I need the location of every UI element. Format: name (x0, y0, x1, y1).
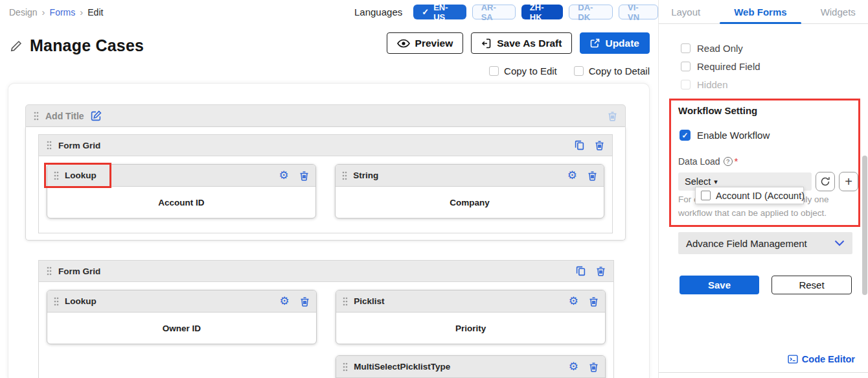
save-as-draft-button[interactable]: Save As Draft (471, 32, 572, 54)
read-only-option[interactable]: Read Only (681, 43, 760, 54)
breadcrumb-forms[interactable]: Forms (50, 7, 76, 18)
code-editor-link[interactable]: Code Editor (788, 354, 855, 364)
form-canvas: Add Title Form Grid (8, 83, 650, 378)
save-draft-icon (481, 38, 492, 49)
right-panel: Layout Web Forms Widgets Read Only Requi… (658, 0, 868, 378)
field-card-header[interactable]: Lookup ⚙ (47, 290, 316, 313)
form-grid-header[interactable]: Form Grid (38, 260, 614, 282)
drag-handle-icon[interactable] (343, 362, 348, 372)
form-grid-2: Form Grid Lookup ⚙ (38, 260, 614, 378)
dropdown-option-label[interactable]: Account ID (Account) (716, 191, 805, 201)
enable-workflow-option[interactable]: ✓ Enable Workflow (680, 130, 770, 141)
gear-icon[interactable]: ⚙ (280, 296, 290, 307)
drag-handle-icon[interactable] (47, 141, 52, 150)
gear-icon[interactable]: ⚙ (569, 361, 578, 372)
field-card-lookup-account-id[interactable]: Lookup ⚙ Account ID (47, 164, 316, 219)
languages-label: Languages (354, 6, 402, 18)
field-card-header[interactable]: MultiSelectPicklistType ⚙ (336, 356, 605, 378)
copy-icon[interactable] (575, 140, 584, 150)
form-grid-body: Lookup ⚙ Owner ID P (38, 282, 614, 378)
field-card-header[interactable]: Lookup ⚙ (47, 165, 315, 187)
page-title: Manage Cases (30, 36, 144, 55)
field-option-checkboxes: Read Only Required Field Hidden (681, 43, 760, 90)
gear-icon[interactable]: ⚙ (567, 170, 577, 181)
section-title: Add Title (45, 111, 84, 121)
edit-icon[interactable] (91, 110, 102, 121)
dropdown-option-checkbox[interactable] (701, 191, 711, 200)
drag-handle-icon[interactable] (54, 297, 59, 306)
field-label: Owner ID (163, 324, 201, 333)
trash-icon[interactable] (299, 171, 309, 181)
reset-button[interactable]: Reset (771, 276, 852, 294)
field-card-header[interactable]: Picklist ⚙ (336, 290, 605, 313)
code-editor-icon (788, 355, 798, 364)
field-card-picklist-priority[interactable]: Picklist ⚙ Priority (336, 290, 606, 344)
tab-widgets[interactable]: Widgets (818, 0, 858, 23)
preview-button[interactable]: Preview (387, 32, 464, 54)
field-card-lookup-owner-id[interactable]: Lookup ⚙ Owner ID (47, 290, 317, 344)
trash-icon[interactable] (589, 296, 599, 307)
breadcrumb-design[interactable]: Design (9, 7, 38, 18)
grid-right-column: Picklist ⚙ Priority (336, 290, 606, 378)
field-type-label: Picklist (354, 296, 384, 306)
breadcrumb-edit: Edit (87, 7, 103, 18)
refresh-icon (820, 176, 830, 187)
drag-handle-icon[interactable] (34, 112, 39, 121)
copy-to-detail-checkbox[interactable] (574, 66, 584, 76)
lang-button-da-dk[interactable]: DA-DK (569, 5, 613, 19)
field-label: Priority (455, 324, 486, 333)
copy-to-detail-option[interactable]: Copy to Detail (574, 65, 650, 77)
hidden-checkbox (681, 80, 691, 89)
trash-icon[interactable] (588, 171, 597, 181)
chevron-down-icon (834, 240, 845, 246)
copy-to-edit-checkbox[interactable] (489, 66, 499, 76)
drag-handle-icon[interactable] (54, 171, 59, 180)
tab-layout[interactable]: Layout (668, 0, 703, 23)
hidden-option: Hidden (681, 79, 760, 90)
refresh-button[interactable] (816, 172, 835, 191)
gear-icon[interactable]: ⚙ (569, 296, 578, 307)
drag-handle-icon[interactable] (47, 266, 52, 276)
read-only-checkbox[interactable] (681, 43, 691, 53)
field-card-header[interactable]: String ⚙ (336, 165, 604, 187)
required-field-option[interactable]: Required Field (681, 61, 760, 72)
tab-web-forms[interactable]: Web Forms (731, 0, 789, 23)
pencil-icon[interactable] (10, 40, 22, 52)
trash-icon[interactable] (300, 296, 310, 307)
save-button[interactable]: Save (680, 276, 759, 294)
section-header[interactable]: Add Title (25, 104, 626, 127)
form-grid-title: Form Grid (58, 266, 100, 276)
enable-workflow-checkbox[interactable]: ✓ (680, 130, 691, 141)
add-button[interactable]: + (839, 172, 858, 191)
main-area: Design › Forms › Edit Languages ✓ EN-US … (0, 0, 658, 378)
copy-to-edit-option[interactable]: Copy to Edit (489, 65, 557, 77)
breadcrumb-separator-icon: › (80, 6, 83, 18)
languages-bar: Languages ✓ EN-US AR-SA ZH-HK DA-DK VI-V… (354, 5, 658, 19)
field-type-label: Lookup (65, 171, 97, 180)
trash-icon[interactable] (595, 140, 604, 150)
advance-field-management-accordion[interactable]: Advance Field Management (678, 232, 852, 254)
trash-icon[interactable] (596, 266, 606, 276)
breadcrumb-separator-icon: › (42, 6, 45, 18)
trash-icon[interactable] (608, 111, 617, 121)
gear-icon[interactable]: ⚙ (279, 170, 289, 181)
drag-handle-icon[interactable] (342, 171, 347, 180)
panel-scrollbar[interactable] (862, 156, 867, 295)
copy-icon[interactable] (576, 266, 586, 276)
lang-button-ar-sa[interactable]: AR-SA (472, 5, 516, 19)
update-button[interactable]: Update (580, 32, 650, 54)
workflow-setting-highlight-box: Workflow Setting ✓ Enable Workflow Data … (669, 99, 860, 227)
lang-button-zh-hk[interactable]: ZH-HK (521, 5, 563, 19)
lang-button-vi-vn[interactable]: VI-VN (619, 5, 658, 19)
required-field-checkbox[interactable] (681, 62, 691, 71)
required-asterisk: * (735, 156, 738, 167)
field-card-string-company[interactable]: String ⚙ Company (335, 164, 604, 219)
field-label: Account ID (158, 198, 204, 207)
field-card-multiselectpicklisttype[interactable]: MultiSelectPicklistType ⚙ (336, 355, 606, 378)
drag-handle-icon[interactable] (343, 297, 348, 306)
workflow-setting-title: Workflow Setting (678, 105, 757, 116)
lang-button-en-us[interactable]: ✓ EN-US (413, 5, 466, 19)
trash-icon[interactable] (589, 362, 599, 372)
question-icon[interactable]: ? (724, 157, 733, 166)
form-grid-header[interactable]: Form Grid (38, 134, 613, 156)
